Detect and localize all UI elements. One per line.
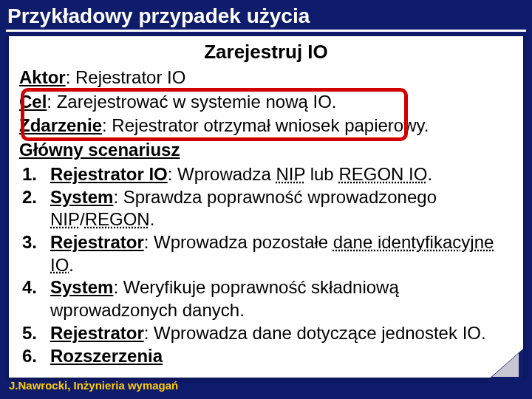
extensions-label: Rozszerzenia [50,346,163,366]
event-label: Zdarzenie [19,115,102,135]
step-term: REGON [85,209,150,229]
actor-row: Aktor: Rejestrator IO [19,66,513,89]
list-item: 5. Rejestrator: Wprowadza dane dotyczące… [22,322,513,345]
step-actor: System [50,187,113,207]
step-actor: System [50,277,113,297]
step-text: lub [305,164,338,184]
goal-value: : Zarejestrować w systemie nową IO. [47,92,336,112]
step-num: 4. [22,276,50,321]
step-num: 6. [22,345,50,368]
list-item: 1. Rejestrator IO: Wprowadza NIP lub REG… [22,163,513,186]
event-value: : Rejestrator otrzymał wniosek papierowy… [102,115,429,135]
scenario-header: Główny scenariusz [19,139,513,162]
page-fold-icon [483,346,523,381]
step-text: : Sprawdza poprawność wprowadzonego [113,187,437,207]
step-text: . [150,209,155,229]
step-text: . [427,164,432,184]
event-row: Zdarzenie: Rejestrator otrzymał wniosek … [19,115,513,137]
slide-title: Przykładowy przypadek użycia [0,0,532,30]
actor-label: Aktor [19,67,66,87]
list-item: 6. Rozszerzenia [22,345,513,368]
usecase-card: Zarejestruj IO Aktor: Rejestrator IO Cel… [9,36,523,378]
step-text: / [80,209,85,229]
step-text: : Wprowadza pozostałe [144,232,333,252]
list-item: 4. System: Weryfikuje poprawność składni… [22,276,513,321]
step-num: 5. [22,322,50,345]
list-item: 3. Rejestrator: Wprowadza pozostałe dane… [22,231,513,276]
step-actor: Rejestrator IO [50,164,168,184]
step-term: NIP [50,209,80,229]
scenario-list: 1. Rejestrator IO: Wprowadza NIP lub REG… [19,163,513,367]
slide-footer: J.Nawrocki, Inżynieria wymagań [9,379,178,392]
list-item: 2. System: Sprawdza poprawność wprowadzo… [22,186,513,231]
step-actor: Rejestrator [50,323,144,343]
slide: Przykładowy przypadek użycia Zarejestruj… [0,0,532,399]
step-num: 3. [22,231,50,276]
step-term: NIP [276,164,305,184]
step-text: : Wprowadza [168,164,276,184]
step-num: 2. [22,186,50,231]
usecase-title: Zarejestruj IO [19,41,513,64]
step-term: REGON IO [338,164,427,184]
scenario-label: Główny scenariusz [19,140,180,160]
actor-value: : Rejestrator IO [66,67,186,87]
step-actor: Rejestrator [50,232,144,252]
step-text: . [69,255,74,275]
step-text: : Wprowadza dane dotyczące jednostek IO. [144,323,486,343]
step-num: 1. [22,163,50,186]
goal-label: Cel [19,92,47,112]
goal-row: Cel: Zarejestrować w systemie nową IO. [19,91,513,114]
title-underline [6,30,526,32]
